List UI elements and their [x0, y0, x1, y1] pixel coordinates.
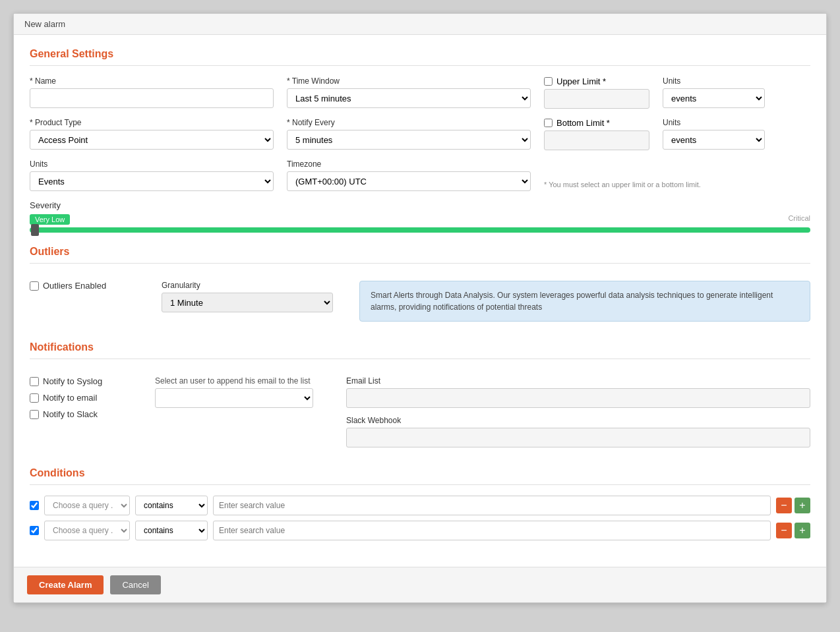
- modal-body: General Settings * Name * Time Window La…: [14, 35, 826, 567]
- condition-2-operator-select[interactable]: contains equals not contains not equals …: [135, 521, 208, 540]
- units-select-1[interactable]: events packets bytes: [663, 88, 765, 108]
- units-label-1: Units: [663, 76, 765, 86]
- units-group-1: Units events packets bytes: [663, 76, 765, 108]
- time-window-label: * Time Window: [287, 76, 531, 86]
- outliers-info-box: Smart Alerts through Data Analysis. Our …: [359, 281, 810, 322]
- cancel-button[interactable]: Cancel: [110, 575, 160, 594]
- condition-2-query-select[interactable]: Choose a query ...: [44, 521, 130, 540]
- condition-1-operator-select[interactable]: contains equals not contains not equals …: [135, 496, 208, 515]
- user-select[interactable]: [155, 388, 313, 408]
- outliers-body: Outliers Enabled Granularity 1 Minute 5 …: [30, 274, 810, 328]
- condition-2-remove-button[interactable]: −: [776, 523, 792, 538]
- condition-1-add-button[interactable]: +: [795, 498, 810, 513]
- outliers-enabled-text: Outliers Enabled: [43, 281, 106, 291]
- upper-bottom-group: Upper Limit *: [544, 76, 649, 109]
- notifications-right: Email List Slack Webhook: [346, 376, 810, 447]
- severity-track[interactable]: [30, 227, 810, 233]
- form-row-3: Units Events Packets Bytes Timezone (GMT…: [30, 159, 810, 191]
- limit-note-area: * You must select an upper limit or a bo…: [544, 159, 701, 189]
- upper-limit-label: Upper Limit *: [556, 76, 606, 86]
- condition-1-search-input[interactable]: [213, 496, 771, 515]
- notify-slack-checkbox[interactable]: [30, 410, 39, 419]
- time-window-group: * Time Window Last 5 minutes Last 10 min…: [287, 76, 531, 108]
- name-label: * Name: [30, 76, 274, 86]
- general-settings-section: General Settings * Name * Time Window La…: [30, 48, 810, 233]
- notify-email-checkbox[interactable]: [30, 393, 39, 403]
- modal-title: New alarm: [24, 19, 65, 29]
- notify-every-group: * Notify Every 5 minutes 10 minutes 15 m…: [287, 118, 531, 150]
- notifications-title: Notifications: [30, 341, 810, 353]
- units-events-group: Units Events Packets Bytes: [30, 159, 274, 191]
- notifications-section: Notifications Notify to Syslog Notify to…: [30, 341, 810, 454]
- units-select-2[interactable]: events packets bytes: [663, 130, 765, 150]
- email-list-input[interactable]: [346, 388, 810, 408]
- condition-1-actions: − +: [776, 498, 810, 513]
- notify-email-label[interactable]: Notify to email: [30, 393, 135, 403]
- severity-section: Severity Very Low Critical: [30, 200, 810, 233]
- product-type-group: * Product Type Access Point Switch Route…: [30, 118, 274, 150]
- upper-limit-input[interactable]: [544, 89, 649, 109]
- notifications-left: Notify to Syslog Notify to email Notify …: [30, 376, 135, 419]
- units-label-3: Units: [30, 159, 274, 169]
- email-list-group: Email List: [346, 376, 810, 408]
- outliers-left: Outliers Enabled: [30, 281, 135, 291]
- outliers-middle: Granularity 1 Minute 5 Minutes 10 Minute…: [162, 281, 333, 312]
- bottom-limit-input[interactable]: [544, 130, 649, 150]
- condition-1-checkbox[interactable]: [30, 501, 39, 510]
- units-events-select[interactable]: Events Packets Bytes: [30, 171, 274, 191]
- condition-1-remove-button[interactable]: −: [776, 498, 792, 513]
- conditions-row-2: Choose a query ... contains equals not c…: [30, 521, 810, 540]
- severity-label: Severity: [30, 200, 810, 210]
- bottom-limit-check-row: Bottom Limit *: [544, 118, 649, 128]
- notify-syslog-text: Notify to Syslog: [43, 376, 102, 386]
- select-user-label: Select an user to append his email to th…: [155, 376, 326, 386]
- create-alarm-button[interactable]: Create Alarm: [27, 575, 104, 594]
- conditions-section: Conditions Choose a query ... contains e…: [30, 467, 810, 540]
- severity-thumb[interactable]: [31, 224, 39, 236]
- severity-labels: Very Low Critical: [30, 214, 810, 225]
- notify-syslog-checkbox[interactable]: [30, 377, 39, 386]
- slack-webhook-input[interactable]: [346, 428, 810, 447]
- bottom-limit-checkbox[interactable]: [544, 119, 553, 127]
- conditions-title: Conditions: [30, 467, 810, 479]
- severity-verylow-badge: Very Low: [30, 214, 70, 225]
- notify-email-text: Notify to email: [43, 393, 97, 403]
- condition-2-add-button[interactable]: +: [795, 523, 810, 538]
- time-window-select[interactable]: Last 5 minutes Last 10 minutes Last 15 m…: [287, 88, 531, 108]
- notifications-body: Notify to Syslog Notify to email Notify …: [30, 370, 810, 454]
- notify-syslog-label[interactable]: Notify to Syslog: [30, 376, 135, 386]
- condition-2-search-input[interactable]: [213, 521, 771, 540]
- condition-2-actions: − +: [776, 523, 810, 538]
- notify-slack-label[interactable]: Notify to Slack: [30, 409, 135, 419]
- modal-footer: Create Alarm Cancel: [14, 567, 826, 602]
- outliers-title: Outliers: [30, 246, 810, 258]
- slack-webhook-group: Slack Webhook: [346, 416, 810, 447]
- email-list-label: Email List: [346, 376, 810, 386]
- product-type-label: * Product Type: [30, 118, 274, 127]
- limit-note: * You must select an upper limit or a bo…: [544, 181, 701, 188]
- upper-limit-check-row: Upper Limit *: [544, 76, 649, 86]
- product-type-select[interactable]: Access Point Switch Router Firewall: [30, 130, 274, 150]
- severity-slider-container: Very Low Critical: [30, 214, 810, 233]
- condition-1-query-select[interactable]: Choose a query ...: [44, 496, 130, 515]
- granularity-label: Granularity: [162, 281, 333, 290]
- notifications-middle: Select an user to append his email to th…: [155, 376, 326, 408]
- outliers-info-text: Smart Alerts through Data Analysis. Our …: [371, 291, 773, 312]
- notify-every-select[interactable]: 5 minutes 10 minutes 15 minutes 30 minut…: [287, 130, 531, 150]
- form-row-2: * Product Type Access Point Switch Route…: [30, 118, 810, 150]
- name-input[interactable]: [30, 88, 274, 108]
- units-group-2: Units events packets bytes: [663, 118, 765, 150]
- upper-limit-checkbox[interactable]: [544, 77, 553, 86]
- slack-webhook-label: Slack Webhook: [346, 416, 810, 425]
- general-settings-title: General Settings: [30, 48, 810, 60]
- outliers-enabled-label[interactable]: Outliers Enabled: [30, 281, 106, 291]
- timezone-select[interactable]: (GMT+00:00) UTC (GMT-05:00) EST (GMT-08:…: [287, 171, 531, 191]
- condition-2-checkbox[interactable]: [30, 526, 39, 535]
- upper-limit-row: Upper Limit *: [544, 76, 649, 109]
- granularity-select[interactable]: 1 Minute 5 Minutes 10 Minutes 30 Minutes: [162, 293, 333, 312]
- outliers-section: Outliers Outliers Enabled Granularity 1 …: [30, 246, 810, 328]
- timezone-label: Timezone: [287, 159, 531, 169]
- outliers-enabled-checkbox[interactable]: [30, 281, 39, 291]
- notify-every-label: * Notify Every: [287, 118, 531, 127]
- units-label-2: Units: [663, 118, 765, 127]
